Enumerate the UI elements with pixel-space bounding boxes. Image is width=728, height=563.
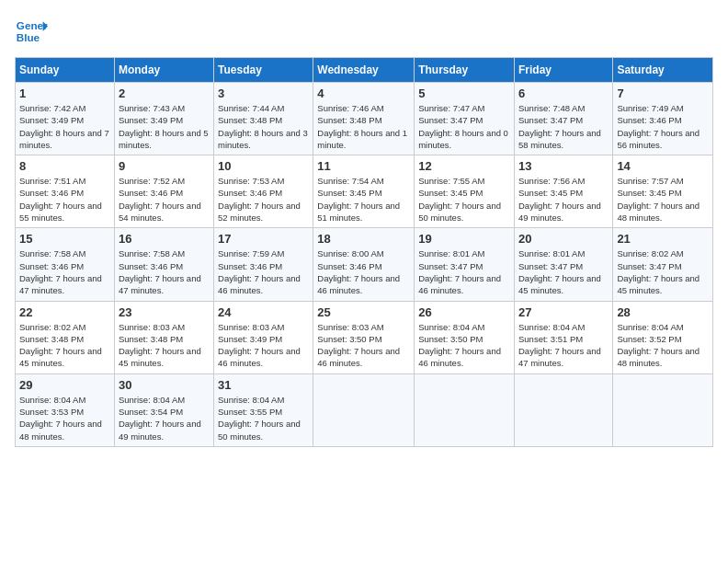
day-header-monday: Monday — [114, 58, 213, 83]
day-info: Sunrise: 7:42 AM Sunset: 3:49 PM Dayligh… — [19, 102, 110, 151]
day-info: Sunrise: 8:02 AM Sunset: 3:47 PM Dayligh… — [617, 247, 709, 296]
calendar-cell: 3 Sunrise: 7:44 AM Sunset: 3:48 PM Dayli… — [214, 83, 313, 155]
day-number: 1 — [19, 86, 110, 100]
calendar-cell: 19 Sunrise: 8:01 AM Sunset: 3:47 PM Dayl… — [415, 228, 515, 301]
calendar-cell: 10 Sunrise: 7:53 AM Sunset: 3:46 PM Dayl… — [214, 155, 313, 228]
week-row-1: 1 Sunrise: 7:42 AM Sunset: 3:49 PM Dayli… — [16, 83, 713, 155]
day-info: Sunrise: 8:01 AM Sunset: 3:47 PM Dayligh… — [418, 247, 510, 296]
day-info: Sunrise: 8:03 AM Sunset: 3:48 PM Dayligh… — [119, 321, 210, 370]
day-info: Sunrise: 7:43 AM Sunset: 3:49 PM Dayligh… — [119, 102, 210, 151]
day-number: 22 — [19, 305, 110, 319]
logo: General Blue — [15, 15, 51, 48]
day-number: 16 — [119, 232, 210, 246]
day-number: 26 — [418, 305, 510, 319]
calendar-cell: 13 Sunrise: 7:56 AM Sunset: 3:45 PM Dayl… — [514, 155, 612, 228]
day-number: 28 — [617, 305, 709, 319]
day-info: Sunrise: 7:46 AM Sunset: 3:48 PM Dayligh… — [317, 102, 410, 151]
day-info: Sunrise: 8:04 AM Sunset: 3:51 PM Dayligh… — [518, 321, 609, 370]
day-info: Sunrise: 7:57 AM Sunset: 3:45 PM Dayligh… — [617, 175, 709, 224]
day-number: 10 — [218, 159, 309, 173]
day-header-sunday: Sunday — [16, 58, 115, 83]
calendar-cell: 9 Sunrise: 7:52 AM Sunset: 3:46 PM Dayli… — [114, 155, 213, 228]
day-info: Sunrise: 7:47 AM Sunset: 3:47 PM Dayligh… — [418, 102, 510, 151]
day-info: Sunrise: 8:03 AM Sunset: 3:50 PM Dayligh… — [317, 321, 410, 370]
day-info: Sunrise: 7:52 AM Sunset: 3:46 PM Dayligh… — [119, 175, 210, 224]
day-number: 19 — [418, 232, 510, 246]
day-info: Sunrise: 7:49 AM Sunset: 3:46 PM Dayligh… — [617, 102, 709, 151]
day-number: 15 — [19, 232, 110, 246]
calendar-cell: 21 Sunrise: 8:02 AM Sunset: 3:47 PM Dayl… — [613, 228, 713, 301]
calendar-cell: 25 Sunrise: 8:03 AM Sunset: 3:50 PM Dayl… — [313, 301, 415, 373]
day-number: 9 — [119, 159, 210, 173]
day-info: Sunrise: 7:44 AM Sunset: 3:48 PM Dayligh… — [218, 102, 309, 151]
calendar-cell: 22 Sunrise: 8:02 AM Sunset: 3:48 PM Dayl… — [16, 301, 115, 373]
calendar-cell: 12 Sunrise: 7:55 AM Sunset: 3:45 PM Dayl… — [415, 155, 515, 228]
calendar-cell: 2 Sunrise: 7:43 AM Sunset: 3:49 PM Dayli… — [114, 83, 213, 155]
calendar-cell: 15 Sunrise: 7:58 AM Sunset: 3:46 PM Dayl… — [16, 228, 115, 301]
day-info: Sunrise: 7:56 AM Sunset: 3:45 PM Dayligh… — [518, 175, 609, 224]
calendar-cell: 23 Sunrise: 8:03 AM Sunset: 3:48 PM Dayl… — [114, 301, 213, 373]
day-number: 21 — [617, 232, 709, 246]
calendar-cell: 1 Sunrise: 7:42 AM Sunset: 3:49 PM Dayli… — [16, 83, 115, 155]
calendar-cell: 7 Sunrise: 7:49 AM Sunset: 3:46 PM Dayli… — [613, 83, 713, 155]
week-row-4: 22 Sunrise: 8:02 AM Sunset: 3:48 PM Dayl… — [16, 301, 713, 373]
week-row-3: 15 Sunrise: 7:58 AM Sunset: 3:46 PM Dayl… — [16, 228, 713, 301]
calendar-cell: 11 Sunrise: 7:54 AM Sunset: 3:45 PM Dayl… — [313, 155, 415, 228]
svg-text:Blue: Blue — [17, 31, 40, 43]
day-info: Sunrise: 8:00 AM Sunset: 3:46 PM Dayligh… — [317, 247, 410, 296]
day-info: Sunrise: 7:58 AM Sunset: 3:46 PM Dayligh… — [119, 247, 210, 296]
day-info: Sunrise: 8:04 AM Sunset: 3:54 PM Dayligh… — [119, 394, 210, 442]
day-number: 2 — [119, 86, 210, 100]
day-number: 6 — [518, 86, 609, 100]
day-info: Sunrise: 7:54 AM Sunset: 3:45 PM Dayligh… — [317, 175, 410, 224]
calendar-cell: 27 Sunrise: 8:04 AM Sunset: 3:51 PM Dayl… — [514, 301, 612, 373]
week-row-2: 8 Sunrise: 7:51 AM Sunset: 3:46 PM Dayli… — [16, 155, 713, 228]
day-number: 27 — [518, 305, 609, 319]
day-info: Sunrise: 8:04 AM Sunset: 3:52 PM Dayligh… — [617, 321, 709, 370]
header: General Blue — [15, 15, 713, 48]
calendar-cell — [313, 373, 415, 446]
calendar-cell: 16 Sunrise: 7:58 AM Sunset: 3:46 PM Dayl… — [114, 228, 213, 301]
day-number: 30 — [119, 378, 210, 392]
week-row-5: 29 Sunrise: 8:04 AM Sunset: 3:53 PM Dayl… — [16, 373, 713, 446]
calendar-cell: 6 Sunrise: 7:48 AM Sunset: 3:47 PM Dayli… — [514, 83, 612, 155]
day-info: Sunrise: 7:55 AM Sunset: 3:45 PM Dayligh… — [418, 175, 510, 224]
calendar-cell: 5 Sunrise: 7:47 AM Sunset: 3:47 PM Dayli… — [415, 83, 515, 155]
calendar-cell — [514, 373, 612, 446]
day-number: 25 — [317, 305, 410, 319]
day-number: 3 — [218, 86, 309, 100]
calendar-cell: 18 Sunrise: 8:00 AM Sunset: 3:46 PM Dayl… — [313, 228, 415, 301]
day-number: 31 — [218, 378, 309, 392]
calendar-cell: 8 Sunrise: 7:51 AM Sunset: 3:46 PM Dayli… — [16, 155, 115, 228]
day-info: Sunrise: 8:01 AM Sunset: 3:47 PM Dayligh… — [518, 247, 609, 296]
day-number: 8 — [19, 159, 110, 173]
calendar-cell: 24 Sunrise: 8:03 AM Sunset: 3:49 PM Dayl… — [214, 301, 313, 373]
day-info: Sunrise: 7:48 AM Sunset: 3:47 PM Dayligh… — [518, 102, 609, 151]
day-number: 11 — [317, 159, 410, 173]
day-number: 7 — [617, 86, 709, 100]
calendar-cell: 26 Sunrise: 8:04 AM Sunset: 3:50 PM Dayl… — [415, 301, 515, 373]
day-number: 18 — [317, 232, 410, 246]
calendar-cell: 17 Sunrise: 7:59 AM Sunset: 3:46 PM Dayl… — [214, 228, 313, 301]
calendar-table: SundayMondayTuesdayWednesdayThursdayFrid… — [15, 57, 713, 447]
day-info: Sunrise: 7:53 AM Sunset: 3:46 PM Dayligh… — [218, 175, 309, 224]
day-number: 13 — [518, 159, 609, 173]
day-number: 5 — [418, 86, 510, 100]
day-number: 14 — [617, 159, 709, 173]
day-info: Sunrise: 8:04 AM Sunset: 3:55 PM Dayligh… — [218, 394, 309, 442]
day-header-thursday: Thursday — [415, 58, 515, 83]
day-header-friday: Friday — [514, 58, 612, 83]
calendar-cell: 28 Sunrise: 8:04 AM Sunset: 3:52 PM Dayl… — [613, 301, 713, 373]
day-header-wednesday: Wednesday — [313, 58, 415, 83]
calendar-cell: 29 Sunrise: 8:04 AM Sunset: 3:53 PM Dayl… — [16, 373, 115, 446]
calendar-body: 1 Sunrise: 7:42 AM Sunset: 3:49 PM Dayli… — [16, 83, 713, 447]
day-info: Sunrise: 7:59 AM Sunset: 3:46 PM Dayligh… — [218, 247, 309, 296]
calendar-cell: 31 Sunrise: 8:04 AM Sunset: 3:55 PM Dayl… — [214, 373, 313, 446]
day-number: 29 — [19, 378, 110, 392]
day-number: 4 — [317, 86, 410, 100]
day-number: 20 — [518, 232, 609, 246]
calendar-cell — [613, 373, 713, 446]
day-info: Sunrise: 8:02 AM Sunset: 3:48 PM Dayligh… — [19, 321, 110, 370]
calendar-cell: 30 Sunrise: 8:04 AM Sunset: 3:54 PM Dayl… — [114, 373, 213, 446]
day-header-row: SundayMondayTuesdayWednesdayThursdayFrid… — [16, 58, 713, 83]
